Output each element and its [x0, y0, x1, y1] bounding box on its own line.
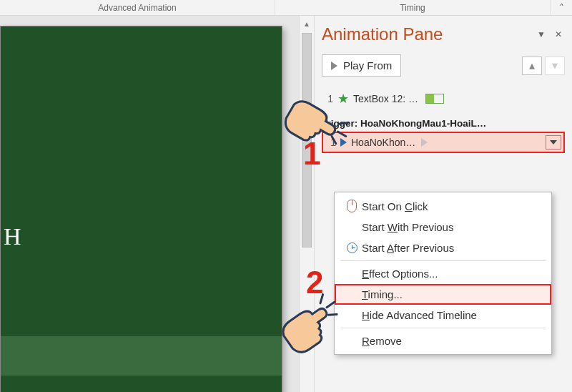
triangle-up-icon: ▴ — [529, 59, 535, 72]
play-media-icon — [340, 138, 347, 147]
move-down-button: ▾ — [545, 57, 565, 75]
item-dropdown-button[interactable] — [546, 135, 561, 150]
slide-editor-area[interactable]: H — [0, 16, 299, 392]
reorder-controls: ▴ ▾ — [522, 57, 565, 75]
menu-start-on-click[interactable]: Start On Click — [335, 195, 551, 217]
menu-remove[interactable]: Remove — [335, 330, 551, 351]
animation-list: 1 ★ TextBox 12: … Trigger: HoaNoKhongMau… — [322, 88, 565, 153]
scroll-up-arrow-icon[interactable]: ▲ — [300, 16, 314, 31]
chevron-up-icon: ˄ — [559, 2, 564, 14]
menu-start-with-previous[interactable]: Start With Previous — [335, 217, 551, 237]
animation-item-hoanokhon[interactable]: 1 HoaNoKhon… — [322, 132, 565, 153]
ribbon-group-advanced-animation: Advanced Animation — [0, 0, 275, 15]
slide-decorative-strip — [1, 336, 282, 376]
animation-item-index: 1 — [326, 137, 336, 148]
caret-down-icon: ▼ — [537, 29, 546, 39]
timeline-play-marker-icon — [421, 138, 428, 147]
clock-icon — [342, 242, 362, 253]
pane-options-button[interactable]: ▼ — [535, 28, 548, 41]
play-from-label: Play From — [343, 59, 392, 72]
animation-item-label: TextBox 12: … — [353, 93, 418, 104]
close-icon: ✕ — [555, 29, 562, 39]
animation-item-textbox12[interactable]: 1 ★ TextBox 12: … — [322, 88, 565, 109]
ribbon-group-labels: Advanced Animation Timing ˄ — [0, 0, 572, 16]
move-up-button[interactable]: ▴ — [522, 57, 542, 75]
slide-canvas[interactable]: H — [0, 26, 282, 392]
trigger-label: Trigger: HoaNoKhongMau1-HoaiL… — [322, 118, 565, 129]
play-icon — [331, 62, 337, 70]
pane-close-button[interactable]: ✕ — [552, 28, 565, 41]
animation-item-label: HoaNoKhon… — [351, 137, 415, 148]
menu-separator — [340, 328, 546, 328]
menu-timing[interactable]: Timing... — [335, 284, 551, 305]
menu-effect-options[interactable]: Effect Options... — [335, 263, 551, 284]
play-row: Play From ▴ ▾ — [322, 54, 565, 77]
scrollbar-thumb[interactable] — [302, 33, 312, 248]
slide-text-fragment: H — [4, 223, 23, 250]
ribbon-group-timing: Timing — [275, 0, 551, 15]
menu-start-after-previous[interactable]: Start After Previous — [335, 237, 551, 258]
timeline-bar-icon — [425, 94, 444, 104]
triangle-down-icon: ▾ — [552, 59, 558, 72]
animation-item-index: 1 — [323, 93, 333, 104]
mouse-icon — [342, 200, 362, 212]
animation-context-menu: Start On Click Start With Previous Start… — [334, 192, 552, 355]
animation-pane-title: Animation Pane — [322, 24, 443, 44]
collapse-ribbon-button[interactable]: ˄ — [551, 0, 572, 15]
play-from-button[interactable]: Play From — [322, 54, 401, 77]
pane-window-controls: ▼ ✕ — [535, 28, 565, 41]
star-icon: ★ — [337, 91, 349, 107]
vertical-scrollbar[interactable]: ▲ — [299, 16, 315, 392]
menu-separator — [340, 260, 546, 261]
animation-pane-header: Animation Pane ▼ ✕ — [322, 24, 565, 44]
menu-hide-advanced-timeline[interactable]: Hide Advanced Timeline — [335, 305, 551, 325]
